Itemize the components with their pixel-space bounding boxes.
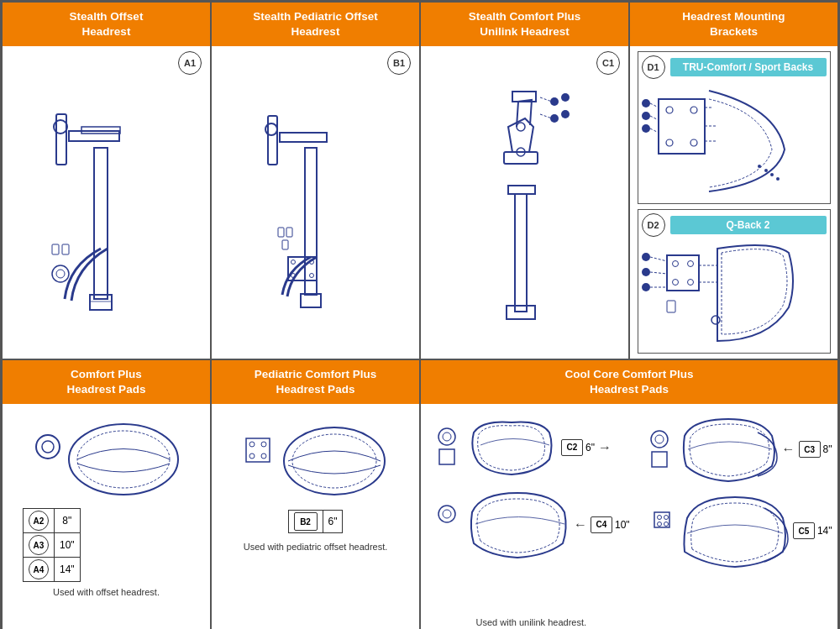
svg-point-56 <box>642 268 650 276</box>
svg-rect-23 <box>301 294 321 307</box>
size-a2: 8" <box>55 509 81 533</box>
svg-line-59 <box>650 272 667 274</box>
svg-point-92 <box>657 522 661 526</box>
svg-rect-88 <box>652 452 667 467</box>
svg-rect-22 <box>282 240 288 249</box>
cell-b-header: Stealth Pediatric Offset Headrest <box>212 3 419 46</box>
svg-point-86 <box>651 431 668 448</box>
c5-pad <box>680 493 790 569</box>
svg-point-79 <box>284 427 385 495</box>
svg-point-16 <box>291 260 295 265</box>
svg-point-41 <box>690 139 697 146</box>
label-c5: C5 <box>793 522 815 539</box>
cell-g-title: Cool Core Comfort Plus Headrest Pads <box>564 367 693 396</box>
svg-point-78 <box>261 453 266 459</box>
svg-rect-89 <box>654 512 669 527</box>
svg-rect-26 <box>504 152 538 164</box>
svg-point-68 <box>711 316 720 324</box>
d2-banner: Q-Back 2 <box>670 216 827 234</box>
cell-e-body: A28" A310" A414" Used with offset headre… <box>3 404 210 629</box>
svg-point-57 <box>642 283 650 291</box>
main-grid: Stealth Offset Headrest A1 <box>0 0 840 629</box>
svg-point-51 <box>776 177 780 181</box>
label-a3: A3 <box>29 535 49 555</box>
c4-row: ← C4 10" <box>433 489 630 560</box>
svg-rect-69 <box>667 301 675 312</box>
cell-g-body: C2 6" → <box>421 404 837 629</box>
size-a4: 14" <box>55 558 81 582</box>
svg-point-84 <box>438 506 455 522</box>
c5-hardware <box>648 508 677 554</box>
cell-a: Stealth Offset Headrest A1 <box>2 2 211 359</box>
c2-pad <box>465 416 558 479</box>
svg-point-64 <box>672 280 678 286</box>
svg-line-58 <box>650 257 667 261</box>
svg-point-75 <box>249 442 255 447</box>
svg-point-44 <box>642 124 650 133</box>
label-c4: C4 <box>591 516 612 533</box>
cell-f: Pediatric Comfort Plus Headrest Pads <box>211 359 420 629</box>
svg-point-42 <box>642 99 650 107</box>
cell-c-body: C1 <box>421 46 628 359</box>
svg-point-72 <box>69 424 178 495</box>
c3-row: ← C3 8" <box>645 416 832 483</box>
size-c3-label: 8" <box>823 443 832 455</box>
d2-section: D2 Q-Back 2 <box>638 209 831 354</box>
svg-point-5 <box>52 265 69 282</box>
svg-rect-61 <box>667 255 699 291</box>
svg-rect-37 <box>659 99 705 154</box>
cell-g: Cool Core Comfort Plus Headrest Pads <box>420 359 838 629</box>
cell-b-body: B1 <box>212 46 419 359</box>
svg-point-38 <box>666 107 673 113</box>
cell-f-body: B26" Used with pediatric offset headrest… <box>212 404 419 629</box>
svg-point-70 <box>36 435 60 459</box>
svg-point-28 <box>517 123 525 131</box>
svg-point-65 <box>687 280 693 286</box>
cell-a-title: Stealth Offset Headrest <box>70 9 144 39</box>
svg-point-19 <box>309 274 313 278</box>
cell-d-title: Headrest Mounting Brackets <box>682 9 785 39</box>
svg-point-32 <box>550 114 559 123</box>
cell-a-header: Stealth Offset Headrest <box>3 3 210 46</box>
c4-pad <box>465 489 570 560</box>
svg-point-80 <box>292 434 376 488</box>
svg-line-47 <box>650 128 659 133</box>
svg-point-93 <box>664 522 668 526</box>
size-c2-label: 6" <box>585 442 595 453</box>
svg-point-82 <box>443 432 451 441</box>
cell-f-title: Pediatric Comfort Plus Headrest Pads <box>255 367 377 396</box>
headrest-c-drawing <box>458 76 592 328</box>
svg-point-49 <box>764 169 768 172</box>
svg-rect-1 <box>69 131 119 141</box>
svg-rect-0 <box>94 148 108 299</box>
svg-rect-20 <box>278 228 284 237</box>
cool-core-left: C2 6" → <box>428 411 635 629</box>
svg-rect-8 <box>62 244 69 254</box>
c2-hardware <box>433 424 462 470</box>
svg-line-45 <box>650 103 659 107</box>
svg-rect-11 <box>305 148 317 295</box>
c2-row: C2 6" → <box>433 416 630 479</box>
svg-point-50 <box>770 173 774 176</box>
d1-banner: TRU-Comfort / Sport Backs <box>670 58 827 76</box>
svg-rect-21 <box>286 228 292 237</box>
label-b2: B2 <box>294 512 318 531</box>
size-c4-label: 10" <box>615 519 630 531</box>
svg-point-73 <box>77 431 170 488</box>
label-d2: D2 <box>642 213 665 237</box>
pad-f-drawing <box>242 417 389 501</box>
cell-b: Stealth Pediatric Offset Headrest B1 <box>211 2 420 359</box>
svg-rect-24 <box>515 194 527 312</box>
note-e: Used with offset headrest. <box>9 587 203 597</box>
svg-point-39 <box>690 107 697 113</box>
cell-d-body: D1 TRU-Comfort / Sport Backs <box>630 46 837 359</box>
svg-rect-9 <box>90 295 112 310</box>
svg-point-40 <box>666 139 673 146</box>
svg-point-30 <box>550 97 559 106</box>
svg-line-46 <box>650 116 659 120</box>
headrest-b-drawing <box>253 81 379 324</box>
svg-point-55 <box>642 253 650 261</box>
svg-line-35 <box>540 114 552 118</box>
pad-e-drawing <box>31 417 182 501</box>
cell-a-body: A1 <box>3 46 210 359</box>
